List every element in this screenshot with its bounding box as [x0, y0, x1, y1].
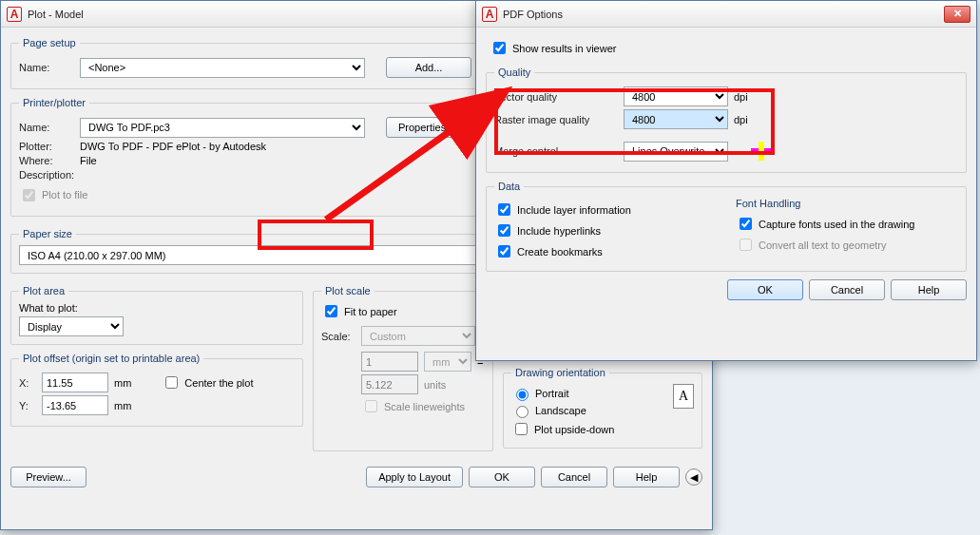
- svg-rect-1: [759, 142, 764, 161]
- raster-quality-select[interactable]: 4800: [624, 109, 728, 129]
- plot-scale-group: Plot scale Fit to paper Scale:Custom mm=…: [313, 285, 493, 451]
- scale-num-input: [361, 352, 418, 372]
- plot-offset-group: Plot offset (origin set to printable are…: [10, 353, 303, 427]
- plot-to-file-check: Plot to file: [19, 186, 87, 204]
- upside-down-check[interactable]: Plot upside-down: [511, 420, 665, 438]
- ok-button[interactable]: OK: [469, 467, 535, 487]
- orientation-legend: Drawing orientation: [511, 367, 609, 378]
- merge-control-label: Merge control: [494, 145, 618, 157]
- units-label: units: [424, 379, 446, 391]
- autocad-icon: A: [482, 7, 497, 22]
- expand-icon[interactable]: ◀: [685, 468, 702, 486]
- printer-legend: Printer/plotter: [19, 97, 89, 108]
- merge-icon: [749, 141, 776, 162]
- help-button[interactable]: Help: [613, 467, 680, 487]
- page-setup-name-label: Name:: [19, 62, 74, 73]
- orientation-group: Drawing orientation Portrait Landscape P…: [503, 367, 702, 449]
- where-value: File: [80, 155, 97, 166]
- orientation-icon: A: [673, 384, 694, 409]
- vector-quality-select[interactable]: 4800: [624, 86, 728, 106]
- portrait-radio[interactable]: Portrait: [511, 386, 665, 401]
- offset-x-input[interactable]: [42, 373, 108, 392]
- preview-button[interactable]: Preview...: [10, 467, 86, 487]
- pdf-options-dialog: A PDF Options ✕ Show results in viewer Q…: [475, 0, 977, 361]
- create-bookmarks-check[interactable]: Create bookmarks: [494, 242, 717, 260]
- landscape-radio[interactable]: Landscape: [511, 403, 665, 418]
- offset-x-unit: mm: [114, 377, 131, 389]
- where-label: Where:: [19, 155, 74, 166]
- close-button[interactable]: ✕: [944, 6, 970, 23]
- center-plot[interactable]: Center the plot: [162, 373, 253, 392]
- quality-group: Quality Vector quality 4800 dpi Raster i…: [486, 67, 967, 173]
- plot-offset-legend: Plot offset (origin set to printable are…: [19, 353, 203, 364]
- plotter-label: Plotter:: [19, 141, 74, 152]
- include-hyperlinks-check[interactable]: Include hyperlinks: [494, 221, 717, 239]
- center-plot-checkbox[interactable]: [165, 376, 178, 389]
- plot-area-legend: Plot area: [19, 285, 68, 296]
- scale-lineweights-checkbox: [365, 400, 377, 412]
- show-results-check[interactable]: Show results in viewer: [490, 39, 616, 57]
- pdf-help-button[interactable]: Help: [891, 279, 967, 300]
- merge-control-select[interactable]: Lines Overwrite: [624, 142, 728, 162]
- data-legend: Data: [494, 181, 524, 192]
- properties-button[interactable]: Properties...: [386, 117, 462, 138]
- fit-to-paper[interactable]: Fit to paper: [321, 302, 397, 320]
- page-setup-legend: Page setup: [19, 37, 80, 48]
- data-group: Data Include layer information Include h…: [486, 181, 967, 272]
- scale-select: Custom: [361, 326, 475, 346]
- scale-lineweights: Scale lineweights: [361, 397, 465, 415]
- include-layer-check[interactable]: Include layer information: [494, 201, 717, 219]
- plot-area-group: Plot area What to plot: Display: [10, 285, 303, 345]
- raster-dpi: dpi: [734, 114, 748, 125]
- offset-x-label: X:: [19, 377, 36, 389]
- apply-to-layout-button[interactable]: Apply to Layout: [366, 467, 463, 487]
- add-button[interactable]: Add...: [386, 57, 471, 78]
- page-setup-name-select[interactable]: <None>: [80, 58, 365, 78]
- pdf-ok-button[interactable]: OK: [727, 279, 803, 300]
- capture-fonts-check[interactable]: Capture fonts used in the drawing: [736, 215, 958, 233]
- vector-quality-label: Vector quality: [494, 91, 618, 103]
- vector-dpi: dpi: [734, 91, 748, 103]
- offset-y-unit: mm: [114, 400, 131, 411]
- scale-label: Scale:: [321, 331, 355, 342]
- pdf-cancel-button[interactable]: Cancel: [809, 279, 885, 300]
- convert-text-check: Convert all text to geometry: [736, 236, 958, 254]
- plot-scale-legend: Plot scale: [321, 285, 375, 296]
- printer-name-select[interactable]: DWG To PDF.pc3: [80, 118, 365, 138]
- plot-to-file-checkbox: [23, 189, 35, 201]
- offset-y-label: Y:: [19, 400, 36, 411]
- quality-legend: Quality: [494, 67, 534, 78]
- offset-y-input[interactable]: [42, 395, 108, 415]
- raster-quality-label: Raster image quality: [494, 114, 618, 125]
- scale-den-input: [361, 374, 418, 394]
- autocad-icon: A: [7, 7, 22, 22]
- font-handling-label: Font Handling: [736, 198, 958, 209]
- scale-unit-select: mm: [424, 352, 471, 372]
- cancel-button[interactable]: Cancel: [541, 467, 607, 487]
- plotter-value: DWG To PDF - PDF ePlot - by Autodesk: [80, 141, 266, 152]
- fit-to-paper-checkbox[interactable]: [325, 305, 337, 317]
- printer-name-label: Name:: [19, 122, 74, 133]
- paper-size-legend: Paper size: [19, 228, 76, 239]
- pdf-titlebar[interactable]: A PDF Options ✕: [476, 1, 976, 28]
- what-to-plot-label: What to plot:: [19, 302, 295, 314]
- pdf-title: PDF Options: [503, 9, 944, 20]
- description-label: Description:: [19, 169, 74, 181]
- what-to-plot-select[interactable]: Display: [19, 316, 124, 336]
